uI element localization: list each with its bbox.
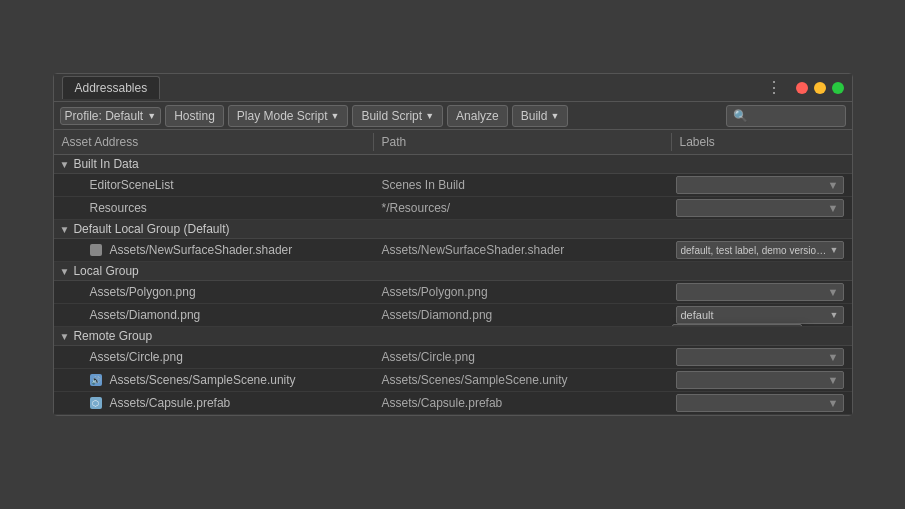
path-cell: Assets/Diamond.png [374, 306, 672, 324]
label-cell: ▼ [672, 369, 852, 391]
profile-dropdown[interactable]: Profile: Default ▼ [60, 107, 162, 125]
tab-label: Addressables [75, 81, 148, 95]
label-dropdown-popup: ✓ default test label demo version [672, 324, 802, 326]
address-cell: Assets/Diamond.png [54, 306, 374, 324]
chevron-down-icon: ▼ [830, 245, 839, 255]
close-button[interactable] [796, 82, 808, 94]
label-cell: default ▼ ✓ default test label [672, 304, 852, 326]
title-bar: Addressables ⋮ [54, 74, 852, 102]
addressables-window: Addressables ⋮ Profile: Default ▼ Hostin… [53, 73, 853, 416]
address-cell: Assets/Circle.png [54, 348, 374, 366]
label-cell: default, test label, demo version... ▼ [672, 239, 852, 261]
profile-label: Profile: Default [65, 109, 144, 123]
table-row: Resources */Resources/ ▼ [54, 197, 852, 220]
scene-icon: 🔊 [90, 374, 102, 386]
build-arrow-icon: ▼ [550, 111, 559, 121]
profile-arrow-icon: ▼ [147, 111, 156, 121]
address-cell: ⬡ Assets/Capsule.prefab [54, 394, 374, 412]
path-cell: Assets/Circle.png [374, 348, 672, 366]
path-cell: Assets/Capsule.prefab [374, 394, 672, 412]
path-cell: Assets/NewSurfaceShader.shader [374, 241, 672, 259]
label-dropdown-empty5[interactable]: ▼ [676, 371, 844, 389]
group-expand-icon: ▼ [60, 224, 70, 235]
table-row: EditorSceneList Scenes In Build ▼ [54, 174, 852, 197]
path-cell: */Resources/ [374, 199, 672, 217]
label-dropdown-empty2[interactable]: ▼ [676, 199, 844, 217]
play-mode-label: Play Mode Script [237, 109, 328, 123]
label-cell: ▼ [672, 346, 852, 368]
label-dropdown-empty[interactable]: ▼ [676, 176, 844, 194]
label-cell: ▼ [672, 174, 852, 196]
path-cell: Assets/Polygon.png [374, 283, 672, 301]
group-expand-icon: ▼ [60, 159, 70, 170]
search-box[interactable]: 🔍 [726, 105, 846, 127]
toolbar: Profile: Default ▼ Hosting Play Mode Scr… [54, 102, 852, 130]
chevron-down-icon: ▼ [828, 179, 839, 191]
play-mode-script-button[interactable]: Play Mode Script ▼ [228, 105, 349, 127]
address-cell: Assets/NewSurfaceShader.shader [54, 241, 374, 259]
table-row: Assets/NewSurfaceShader.shader Assets/Ne… [54, 239, 852, 262]
table-body: ▼ Built In Data EditorSceneList Scenes I… [54, 155, 852, 415]
address-cell: Resources [54, 199, 374, 217]
address-cell: 🔊 Assets/Scenes/SampleScene.unity [54, 371, 374, 389]
chevron-down-icon: ▼ [828, 286, 839, 298]
analyze-button[interactable]: Analyze [447, 105, 508, 127]
analyze-label: Analyze [456, 109, 499, 123]
table-row: Assets/Polygon.png Assets/Polygon.png ▼ [54, 281, 852, 304]
local-group[interactable]: ▼ Local Group [54, 262, 852, 281]
group-label: Remote Group [73, 329, 152, 343]
chevron-down-icon: ▼ [828, 351, 839, 363]
table-row: Assets/Diamond.png Assets/Diamond.png de… [54, 304, 852, 327]
group-label: Built In Data [73, 157, 138, 171]
labels-header: Labels [672, 133, 852, 151]
label-cell: ▼ [672, 197, 852, 219]
built-in-data-group[interactable]: ▼ Built In Data [54, 155, 852, 174]
prefab-icon: ⬡ [90, 397, 102, 409]
path-cell: Scenes In Build [374, 176, 672, 194]
table-row: 🔊 Assets/Scenes/SampleScene.unity Assets… [54, 369, 852, 392]
asset-address-header: Asset Address [54, 133, 374, 151]
chevron-down-icon: ▼ [828, 397, 839, 409]
build-label: Build [521, 109, 548, 123]
path-header: Path [374, 133, 672, 151]
label-dropdown-multi[interactable]: default, test label, demo version... ▼ [676, 241, 844, 259]
default-local-group[interactable]: ▼ Default Local Group (Default) [54, 220, 852, 239]
label-cell: ▼ [672, 392, 852, 414]
hosting-button[interactable]: Hosting [165, 105, 224, 127]
build-script-arrow-icon: ▼ [425, 111, 434, 121]
shader-icon [90, 244, 102, 256]
build-script-label: Build Script [361, 109, 422, 123]
address-cell: EditorSceneList [54, 176, 374, 194]
group-label: Local Group [73, 264, 138, 278]
group-expand-icon: ▼ [60, 266, 70, 277]
chevron-down-icon: ▼ [830, 310, 839, 320]
addressables-tab[interactable]: Addressables [62, 76, 161, 99]
group-expand-icon: ▼ [60, 331, 70, 342]
build-button[interactable]: Build ▼ [512, 105, 569, 127]
chevron-down-icon: ▼ [828, 374, 839, 386]
label-dropdown-empty3[interactable]: ▼ [676, 283, 844, 301]
address-cell: Assets/Polygon.png [54, 283, 374, 301]
title-bar-actions: ⋮ [766, 80, 844, 96]
search-icon: 🔍 [733, 109, 748, 123]
remote-group[interactable]: ▼ Remote Group [54, 327, 852, 346]
build-script-button[interactable]: Build Script ▼ [352, 105, 443, 127]
more-options-button[interactable]: ⋮ [766, 80, 782, 96]
dropdown-item-default[interactable]: ✓ default [673, 325, 801, 326]
table-row: Assets/Circle.png Assets/Circle.png ▼ [54, 346, 852, 369]
table-header: Asset Address Path Labels [54, 130, 852, 155]
maximize-button[interactable] [832, 82, 844, 94]
hosting-label: Hosting [174, 109, 215, 123]
label-dropdown-empty4[interactable]: ▼ [676, 348, 844, 366]
label-cell: ▼ [672, 281, 852, 303]
group-label: Default Local Group (Default) [73, 222, 229, 236]
play-mode-arrow-icon: ▼ [331, 111, 340, 121]
path-cell: Assets/Scenes/SampleScene.unity [374, 371, 672, 389]
label-dropdown-default[interactable]: default ▼ [676, 306, 844, 324]
label-dropdown-empty6[interactable]: ▼ [676, 394, 844, 412]
table-row: ⬡ Assets/Capsule.prefab Assets/Capsule.p… [54, 392, 852, 415]
minimize-button[interactable] [814, 82, 826, 94]
chevron-down-icon: ▼ [828, 202, 839, 214]
